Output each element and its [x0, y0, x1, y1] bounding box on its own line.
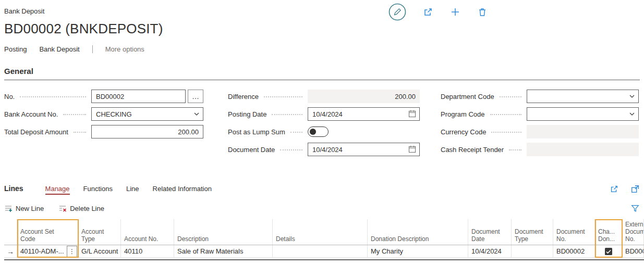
lines-header-icons [610, 184, 640, 195]
field-posting-date: Posting Date [228, 107, 420, 121]
chevron-down-icon [629, 93, 635, 99]
field-difference: Difference 200.00 [228, 90, 420, 103]
field-total-deposit-amount: Total Deposit Amount [4, 125, 203, 138]
col-header-charity-donation[interactable]: Cha... Don... [595, 219, 622, 245]
col-header-document-no[interactable]: Document No. [553, 219, 595, 245]
field-bank-account-no: Bank Account No. CHECKING [4, 107, 203, 121]
row-indicator-header [4, 219, 17, 245]
program-code-select[interactable] [527, 107, 639, 121]
cell-account-type[interactable]: G/L Account [78, 245, 121, 257]
cell-description[interactable]: Sale of Raw Materials [174, 245, 273, 257]
posting-date-input[interactable] [308, 107, 420, 121]
cell-account-no[interactable]: 40110 [121, 245, 174, 257]
breadcrumb[interactable]: Bank Deposit [4, 7, 44, 15]
total-deposit-amount-input[interactable] [91, 125, 203, 138]
field-program-code: Program Code [441, 107, 639, 121]
delete-button[interactable] [477, 7, 488, 17]
tab-manage[interactable]: Manage [45, 185, 70, 195]
department-code-select[interactable] [527, 90, 639, 103]
cell-external-document-no[interactable]: BD00002 [622, 245, 644, 257]
share-lines-button[interactable] [610, 184, 619, 194]
field-document-date: Document Date [228, 143, 420, 156]
share-icon [423, 7, 433, 17]
top-bar: Bank Deposit [0, 0, 644, 17]
cell-assist-button[interactable]: ⋮ [67, 246, 77, 257]
col-header-document-date[interactable]: Document Date [468, 219, 512, 245]
tab-line[interactable]: Line [126, 185, 139, 195]
form-column-3: Department Code Program Code [441, 90, 639, 160]
col-header-account-type[interactable]: Account Type [78, 219, 121, 245]
cell-account-set-code[interactable]: 40110-ADM-... ⋮ [17, 245, 78, 257]
trash-icon [477, 7, 488, 17]
action-menu: Posting Bank Deposit More options [4, 45, 644, 53]
menu-divider [92, 45, 93, 53]
col-header-document-type[interactable]: Document Type [512, 219, 553, 245]
pencil-icon [388, 3, 406, 21]
field-no: No. … [4, 90, 203, 103]
new-line-button[interactable]: New Line [4, 204, 44, 212]
no-label: No. [4, 93, 15, 100]
cell-document-no[interactable]: BD00002 [553, 245, 595, 257]
lines-table: Account Set Code Account Type Account No… [4, 219, 644, 258]
open-in-new-window-button[interactable] [630, 184, 640, 194]
menu-bank-deposit[interactable]: Bank Deposit [39, 45, 79, 53]
dotted-leader [272, 114, 302, 115]
bank-account-no-label: Bank Account No. [4, 110, 58, 118]
general-section-header[interactable]: General [4, 67, 640, 80]
bank-account-no-select[interactable]: CHECKING [91, 107, 203, 121]
difference-value: 200.00 [308, 90, 420, 103]
lines-tabs: Manage Functions Line Related Informatio… [45, 185, 212, 195]
form-column-2: Difference 200.00 Posting Date [228, 90, 420, 160]
lines-toolbar: New Line Delete Line [4, 204, 640, 213]
delete-line-icon [58, 204, 67, 212]
col-header-external-document-no[interactable]: Extern Docum No. [622, 219, 644, 245]
toggle-knob [310, 129, 316, 135]
page-title: BD00002 (BNKDEPOSIT) [4, 21, 644, 37]
general-form: No. … Bank Account No. CHECKING Tota [4, 90, 644, 160]
department-code-label: Department Code [441, 93, 494, 100]
cell-details[interactable] [273, 245, 368, 257]
menu-posting[interactable]: Posting [4, 45, 27, 53]
currency-code-label: Currency Code [441, 128, 486, 136]
tab-related-information[interactable]: Related Information [153, 185, 212, 195]
program-code-label: Program Code [441, 110, 485, 118]
col-header-description[interactable]: Description [174, 219, 273, 245]
filter-button[interactable] [630, 204, 640, 213]
dotted-leader [20, 96, 86, 97]
field-post-as-lump-sum: Post as Lump Sum [228, 125, 420, 138]
total-deposit-amount-label: Total Deposit Amount [4, 128, 68, 136]
cell-donation-description[interactable]: My Charity [368, 245, 468, 257]
cell-document-type[interactable] [512, 245, 553, 257]
cell-document-date[interactable]: 10/4/2024 [468, 245, 512, 257]
more-options[interactable]: More options [105, 45, 144, 53]
document-date-input[interactable] [308, 143, 420, 156]
table-row[interactable]: → 40110-ADM-... ⋮ G/L Account 40110 Sale… [4, 245, 644, 258]
lines-part-header: Lines Manage Functions Line Related Info… [4, 184, 640, 195]
tab-functions[interactable]: Functions [83, 185, 113, 195]
top-actions [388, 3, 488, 21]
active-row-indicator: → [4, 245, 17, 257]
field-cash-receipt-tender: Cash Receipt Tender [441, 143, 639, 156]
field-department-code: Department Code [441, 90, 639, 103]
plus-icon [450, 7, 460, 17]
share-icon [610, 184, 619, 194]
filter-icon [630, 204, 640, 213]
dotted-leader [280, 149, 302, 150]
edit-button[interactable] [388, 3, 406, 21]
share-button[interactable] [423, 7, 433, 17]
col-header-donation-description[interactable]: Donation Description [368, 219, 468, 245]
charity-donation-checkbox[interactable] [605, 248, 612, 255]
col-header-account-set-code[interactable]: Account Set Code [17, 219, 78, 245]
col-header-details[interactable]: Details [273, 219, 368, 245]
field-currency-code: Currency Code [441, 125, 639, 138]
general-heading: General [4, 67, 33, 75]
col-header-account-no[interactable]: Account No. [121, 219, 174, 245]
new-line-label: New Line [16, 205, 44, 212]
new-button[interactable] [450, 7, 460, 17]
no-assist-button[interactable]: … [188, 90, 203, 103]
cell-charity-donation [595, 245, 622, 257]
post-as-lump-sum-toggle[interactable] [308, 127, 329, 137]
no-input[interactable] [91, 90, 186, 103]
dotted-leader [264, 96, 302, 97]
delete-line-button[interactable]: Delete Line [58, 204, 104, 212]
